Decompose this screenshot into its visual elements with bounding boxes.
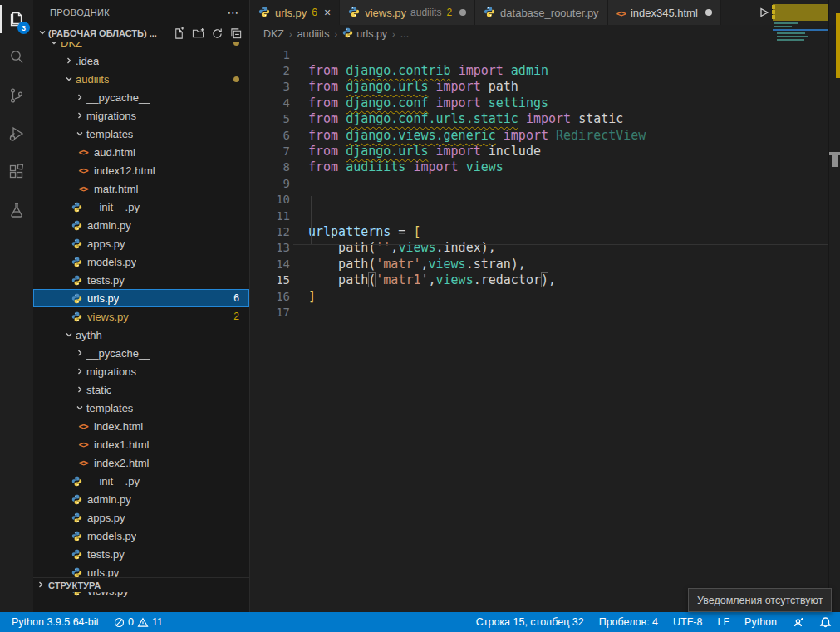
code-line-1[interactable]: 1 <box>250 47 840 62</box>
tree-item--pycache-[interactable]: __pycache__ <box>33 344 249 362</box>
activity-extensions[interactable] <box>0 153 33 191</box>
tab-problems-badge: 6 <box>312 7 317 18</box>
tree-item-label: audiiits <box>76 73 109 86</box>
code-line-10[interactable]: 10 <box>250 192 840 208</box>
code-line-14[interactable]: 14 path('matr',views.stran), <box>250 256 840 272</box>
tab-index345-html[interactable]: <>index345.html <box>608 0 721 25</box>
tree-item-index2-html[interactable]: <>index2.html <box>33 453 249 472</box>
tree-item-templates[interactable]: templates <box>33 125 249 143</box>
python-file-icon <box>348 6 360 20</box>
tree-item--idea[interactable]: .idea <box>33 51 249 70</box>
outline-section-header[interactable]: СТРУКТУРА <box>33 577 249 592</box>
code-line-13[interactable]: 13 path('',views.index), <box>250 240 840 256</box>
tree-item-index12-html[interactable]: <>index12.html <box>33 161 249 179</box>
scrollbar-marker[interactable] <box>832 155 838 167</box>
code-line-7[interactable]: 7from django.urls import include <box>250 143 840 159</box>
collapse-all-icon[interactable] <box>230 27 243 40</box>
explorer-more-icon[interactable]: ⋯ <box>228 6 239 19</box>
python-file-icon <box>484 6 495 20</box>
activity-testing[interactable] <box>0 191 33 229</box>
status-cursor-position[interactable]: Строка 15, столбец 32 <box>476 616 584 628</box>
line-number: 14 <box>250 257 290 271</box>
warning-count: 11 <box>152 616 163 628</box>
bell-icon[interactable] <box>819 616 832 629</box>
code-line-17[interactable]: 17 <box>250 304 840 320</box>
code-line-2[interactable]: 2from django.contrib import admin <box>250 62 840 78</box>
tree-item-label: aythh <box>76 329 102 341</box>
tree-item-migrations[interactable]: migrations <box>33 106 249 125</box>
tree-item-tests-py[interactable]: tests.py <box>33 545 249 563</box>
tree-item-admin-py[interactable]: admin.py <box>33 216 249 234</box>
close-icon[interactable]: × <box>324 7 331 18</box>
tree-item-matr-html[interactable]: <>matr.html <box>33 179 249 198</box>
explorer-title: ПРОВОДНИК <box>50 7 110 17</box>
tree-item-views-py[interactable]: views.py2 <box>33 307 249 326</box>
dirty-dot[interactable] <box>459 9 466 16</box>
activity-source-control[interactable] <box>0 76 33 115</box>
breadcrumb-item-urls-py[interactable]: urls.py <box>342 27 387 41</box>
tree-item--init-py[interactable]: __init__.py <box>33 198 249 216</box>
tree-item-label: __init__.py <box>87 475 140 487</box>
python-interpreter[interactable]: Python 3.9.5 64-bit <box>12 616 99 628</box>
line-content: from audiiits import views <box>308 159 504 174</box>
feedback-icon[interactable] <box>792 616 804 629</box>
indent-guide <box>311 196 312 245</box>
tab-views-py[interactable]: views.pyaudiiits2 <box>340 0 475 25</box>
code-line-9[interactable]: 9 <box>250 175 840 191</box>
line-number: 3 <box>250 80 290 93</box>
tree-item--init-py[interactable]: __init__.py <box>33 472 249 490</box>
status-language-mode[interactable]: Python <box>744 616 777 628</box>
tree-item-aythh[interactable]: aythh <box>33 326 249 344</box>
tab-urls-py[interactable]: urls.py6× <box>250 0 340 25</box>
tree-item-audiiits[interactable]: audiiits <box>33 70 249 88</box>
workspace-section-header[interactable]: (РАБОЧАЯ ОБЛАСТЬ) ... <box>33 25 249 42</box>
problems-indicator[interactable]: 0 11 <box>114 616 163 628</box>
activity-search[interactable] <box>0 38 33 76</box>
tree-item-models-py[interactable]: models.py <box>33 527 249 545</box>
minimap[interactable] <box>772 0 828 569</box>
line-number: 9 <box>250 177 290 190</box>
code-line-5[interactable]: 5from django.conf.urls.static import sta… <box>250 111 840 127</box>
tree-item-apps-py[interactable]: apps.py <box>33 234 249 252</box>
new-file-icon[interactable] <box>173 27 185 40</box>
dirty-dot[interactable] <box>705 9 712 16</box>
tree-item-templates[interactable]: templates <box>33 399 249 417</box>
tree-item-admin-py[interactable]: admin.py <box>33 490 249 508</box>
status-indentation[interactable]: Пробелов: 4 <box>599 616 658 628</box>
status-eol[interactable]: LF <box>717 616 729 628</box>
chevron-right-icon <box>73 349 86 357</box>
tree-item-apps-py[interactable]: apps.py <box>33 508 249 527</box>
code-line-12[interactable]: 12urlpatterns = [ <box>250 223 840 239</box>
new-folder-icon[interactable] <box>192 27 204 40</box>
tree-item-static[interactable]: static <box>33 380 249 399</box>
tree-item-tests-py[interactable]: tests.py <box>33 271 249 289</box>
line-number: 16 <box>250 290 290 303</box>
breadcrumb[interactable]: DKZ›audiiits› urls.py›... <box>250 25 840 43</box>
code-line-8[interactable]: 8from audiiits import views <box>250 159 840 175</box>
activity-explorer[interactable]: 3 <box>0 0 33 38</box>
code-line-3[interactable]: 3from django.urls import path <box>250 79 840 95</box>
activity-run-debug[interactable] <box>0 115 33 153</box>
breadcrumb-item--[interactable]: ... <box>400 28 409 40</box>
status-encoding[interactable]: UTF-8 <box>673 616 702 628</box>
code-line-15[interactable]: 15 path('matr1',views.redactor), <box>250 272 840 287</box>
line-content: from django.views.generic import Redirec… <box>308 128 646 143</box>
tree-item-migrations[interactable]: migrations <box>33 362 249 380</box>
code-line-6[interactable]: 6from django.views.generic import Redire… <box>250 127 840 143</box>
code-editor[interactable]: 12from django.contrib import admin3from … <box>250 43 840 612</box>
tree-item-urls-py[interactable]: urls.py6 <box>33 289 249 307</box>
refresh-icon[interactable] <box>211 27 224 40</box>
code-line-16[interactable]: 16] <box>250 288 840 304</box>
code-line-11[interactable]: 11 <box>250 208 840 223</box>
tree-item-aud-html[interactable]: <>aud.html <box>33 143 249 161</box>
tree-item-models-py[interactable]: models.py <box>33 252 249 271</box>
tree-item-index-html[interactable]: <>index.html <box>33 417 249 435</box>
tree-item--pycache-[interactable]: __pycache__ <box>33 88 249 106</box>
tree-item-label: tests.py <box>87 274 125 287</box>
breadcrumb-item-audiiits[interactable]: audiiits <box>297 28 330 40</box>
tree-item-index1-html[interactable]: <>index1.html <box>33 435 249 453</box>
tab-database-roouter-py[interactable]: database_roouter.py <box>475 0 608 25</box>
breadcrumb-item-dkz[interactable]: DKZ <box>263 28 284 40</box>
chevron-down-icon <box>38 28 47 38</box>
code-line-4[interactable]: 4from django.conf import settings <box>250 95 840 110</box>
